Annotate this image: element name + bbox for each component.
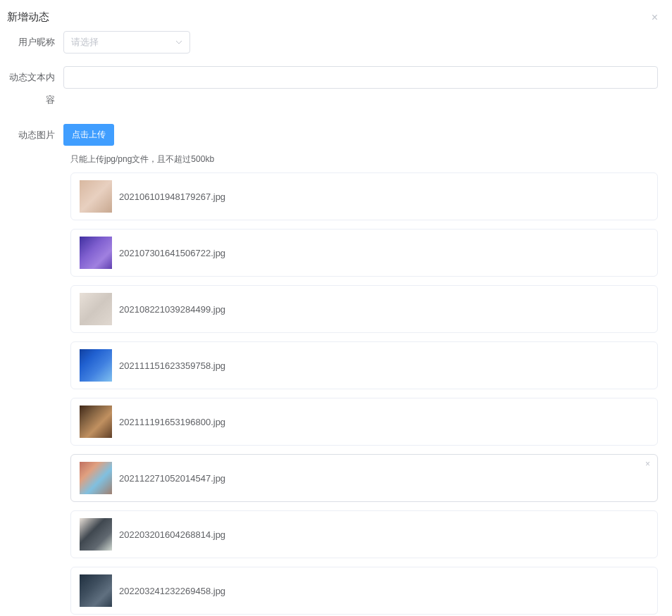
upload-tip: 只能上传jpg/png文件，且不超过500kb [70,153,658,165]
file-thumbnail [80,237,112,269]
file-name: 202111191653196800.jpg [119,417,225,427]
file-thumbnail [80,518,112,551]
file-name: 202111151623359758.jpg [119,360,225,371]
file-item[interactable]: 202106101948179267.jpg [70,172,658,220]
close-icon[interactable]: × [652,11,658,24]
file-name: 202107301641506722.jpg [119,248,225,258]
user-select-placeholder: 请选择 [71,36,99,49]
file-list: 202106101948179267.jpg202107301641506722… [70,172,658,616]
user-select[interactable]: 请选择 [63,31,190,54]
file-name: 202112271052014547.jpg [119,473,225,484]
content-control [63,66,658,89]
file-thumbnail [80,462,112,494]
content-input[interactable] [63,66,658,89]
upload-button[interactable]: 点击上传 [63,124,114,146]
file-item[interactable]: 202108221039284499.jpg [70,285,658,333]
file-thumbnail [80,406,112,438]
file-item[interactable]: 202111191653196800.jpg [70,398,658,446]
file-item[interactable]: 202112271052014547.jpg× [70,454,658,502]
user-label: 用户昵称 [7,31,63,54]
form-row-user: 用户昵称 请选择 [7,31,658,54]
file-name: 202108221039284499.jpg [119,304,225,315]
dialog-header: 新增动态 × [7,7,658,31]
file-thumbnail [80,180,112,213]
file-name: 202106101948179267.jpg [119,191,225,202]
image-label: 动态图片 [7,124,63,146]
file-item[interactable]: 202203201604268814.jpg [70,510,658,558]
file-item[interactable]: 202111151623359758.jpg [70,341,658,389]
form-row-content: 动态文本内容 [7,66,658,111]
dialog: 新增动态 × 用户昵称 请选择 动态文本内容 动态图片 点击上传 只能上传jpg… [0,0,672,616]
user-control: 请选择 [63,31,658,54]
file-thumbnail [80,349,112,382]
file-item[interactable]: 202203241232269458.jpg [70,567,658,615]
form-row-image: 动态图片 点击上传 [7,124,658,146]
file-thumbnail [80,574,112,607]
content-label: 动态文本内容 [7,66,63,111]
image-control: 点击上传 [63,124,658,146]
dialog-title: 新增动态 [7,11,49,24]
file-item[interactable]: 202107301641506722.jpg [70,229,658,277]
file-remove-icon[interactable]: × [645,459,650,469]
file-name: 202203241232269458.jpg [119,586,225,596]
chevron-down-icon [175,37,182,48]
file-name: 202203201604268814.jpg [119,529,225,540]
file-thumbnail [80,293,112,325]
